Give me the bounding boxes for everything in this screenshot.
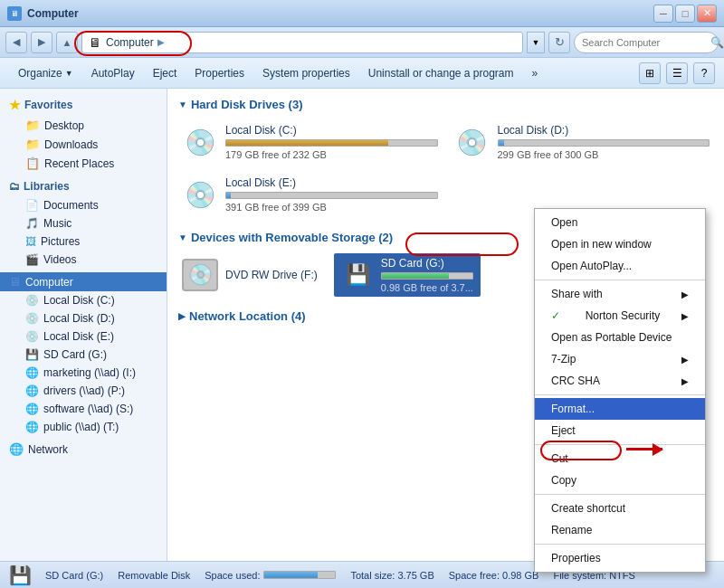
ctx-norton[interactable]: ✓ Norton Security ▶	[535, 305, 705, 327]
ctx-7zip[interactable]: 7-Zip ▶	[535, 348, 705, 370]
ctx-eject[interactable]: Eject	[535, 420, 705, 441]
drive-d-fill	[499, 140, 505, 146]
sidebar-item-marketing[interactable]: 🌐 marketing (\\ad) (I:)	[0, 364, 167, 382]
sidebar-item-documents[interactable]: 📄 Documents	[0, 196, 167, 214]
sidebar-item-network[interactable]: 🌐 Network	[0, 440, 167, 459]
libraries-section: 🗂 Libraries 📄 Documents 🎵 Music 🖼 Pictur…	[0, 176, 167, 269]
ctx-properties[interactable]: Properties	[535, 547, 705, 569]
up-button[interactable]: ▲	[56, 32, 78, 53]
maximize-button[interactable]: □	[675, 5, 695, 23]
autoplay-button[interactable]: AutoPlay	[82, 63, 144, 83]
sidebar-item-local-disk-d[interactable]: 💿 Local Disk (D:)	[0, 309, 167, 327]
network-drive-p-icon: 🌐	[25, 384, 39, 397]
search-box: 🔍	[574, 32, 719, 53]
more-button[interactable]: »	[523, 63, 548, 83]
sidebar-item-local-disk-e[interactable]: 💿 Local Disk (E:)	[0, 327, 167, 346]
ctx-copy[interactable]: Copy	[535, 469, 705, 491]
sidebar-item-pictures[interactable]: 🖼 Pictures	[0, 232, 167, 251]
libraries-icon: 🗂	[9, 180, 20, 193]
uninstall-button[interactable]: Uninstall or change a program	[359, 63, 523, 83]
drive-c-size: 179 GB free of 232 GB	[225, 149, 438, 160]
sidebar-item-downloads[interactable]: 📁 Downloads	[0, 135, 167, 154]
dvd-info: DVD RW Drive (F:)	[225, 269, 318, 281]
hard-disk-drives-grid: 💿 Local Disk (C:) 179 GB free of 232 GB …	[178, 120, 713, 216]
ctx-create-shortcut[interactable]: Create shortcut	[535, 498, 705, 519]
ctx-share-with[interactable]: Share with ▶	[535, 283, 705, 305]
drive-e-icon: 💿	[182, 178, 218, 211]
drive-item-dvd[interactable]: 💿 DVD RW Drive (F:)	[178, 253, 321, 297]
drive-e-size: 391 GB free of 399 GB	[225, 202, 438, 213]
desktop-folder-icon: 📁	[25, 119, 40, 132]
sidebar-item-desktop[interactable]: 📁 Desktop	[0, 116, 167, 135]
system-properties-button[interactable]: System properties	[253, 63, 359, 83]
close-button[interactable]: ✕	[697, 5, 717, 23]
dvd-drive-icon: 💿	[182, 259, 218, 291]
drive-item-e[interactable]: 💿 Local Disk (E:) 391 GB free of 399 GB	[178, 173, 442, 216]
libraries-header[interactable]: 🗂 Libraries	[0, 176, 167, 196]
hdd-arrow-icon: ▼	[178, 100, 187, 109]
videos-icon: 🎬	[25, 253, 39, 266]
sidebar-item-local-disk-c[interactable]: 💿 Local Disk (C:)	[0, 291, 167, 309]
documents-icon: 📄	[25, 199, 39, 212]
drive-item-sd-card[interactable]: 💾 SD Card (G:) 0.98 GB free of 3.7...	[334, 253, 481, 297]
address-field[interactable]: 🖥 Computer ▶	[81, 32, 523, 53]
drive-c-label: Local Disk (C:)	[225, 124, 438, 137]
drive-e-fill	[226, 193, 231, 198]
ctx-sep-5	[535, 544, 705, 545]
sidebar-item-drivers[interactable]: 🌐 drivers (\\ad) (P:)	[0, 382, 167, 400]
help-button[interactable]: ?	[693, 62, 715, 84]
ctx-rename[interactable]: Rename	[535, 519, 705, 541]
minimize-button[interactable]: ─	[653, 5, 673, 23]
forward-button[interactable]: ▶	[31, 32, 52, 53]
ctx-open-portable[interactable]: Open as Portable Device	[535, 327, 705, 348]
norton-check-icon: ✓	[551, 309, 560, 322]
drive-e-label: Local Disk (E:)	[225, 176, 438, 189]
drive-c-fill	[226, 140, 388, 146]
sd-size: 0.98 GB free of 3.7...	[381, 282, 473, 293]
favorites-header[interactable]: ★ Favorites	[0, 94, 167, 116]
sidebar-item-music[interactable]: 🎵 Music	[0, 214, 167, 232]
ctx-format[interactable]: Format...	[535, 398, 705, 420]
music-icon: 🎵	[25, 217, 39, 230]
back-button[interactable]: ◀	[5, 32, 27, 53]
drive-e-info: Local Disk (E:) 391 GB free of 399 GB	[225, 176, 438, 213]
title-bar: 🖥 Computer ─ □ ✕	[0, 0, 724, 27]
toolbar-right: ⊞ ☰ ?	[639, 62, 715, 84]
pictures-icon: 🖼	[25, 235, 36, 248]
title-bar-left: 🖥 Computer	[7, 6, 79, 21]
drive-d-label: Local Disk (D:)	[498, 124, 710, 137]
ctx-open[interactable]: Open	[535, 212, 705, 233]
network-arrow-icon: ▶	[178, 311, 186, 321]
sidebar-item-computer[interactable]: 🖥 Computer	[0, 272, 167, 291]
eject-toolbar-button[interactable]: Eject	[144, 63, 186, 83]
properties-button[interactable]: Properties	[186, 63, 253, 83]
sidebar-item-videos[interactable]: 🎬 Videos	[0, 251, 167, 269]
favorites-items: 📁 Desktop 📁 Downloads 📋 Recent Places	[0, 116, 167, 173]
drive-e-bar	[225, 192, 438, 199]
view-list-button[interactable]: ☰	[666, 62, 688, 84]
hard-disk-section-header[interactable]: ▼ Hard Disk Drives (3)	[178, 98, 713, 111]
refresh-button[interactable]: ↻	[548, 32, 570, 53]
drive-item-c[interactable]: 💿 Local Disk (C:) 179 GB free of 232 GB	[178, 120, 442, 164]
disk-c-icon: 💿	[25, 294, 39, 307]
search-input[interactable]	[582, 37, 707, 48]
ctx-open-autoplay[interactable]: Open AutoPlay...	[535, 255, 705, 277]
context-menu: Open Open in new window Open AutoPlay...…	[534, 208, 706, 573]
view-options-button[interactable]: ⊞	[639, 62, 661, 84]
organize-button[interactable]: Organize ▼	[9, 63, 82, 83]
sidebar-item-recent-places[interactable]: 📋 Recent Places	[0, 154, 167, 173]
ctx-cut[interactable]: Cut	[535, 448, 705, 469]
computer-address-icon: 🖥	[88, 35, 102, 50]
status-progress-bar	[263, 571, 336, 579]
sidebar-item-sd-card-g[interactable]: 💾 SD Card (G:)	[0, 346, 167, 364]
address-dropdown-button[interactable]: ▼	[527, 32, 545, 53]
ctx-open-new-window[interactable]: Open in new window	[535, 233, 705, 255]
downloads-folder-icon: 📁	[25, 138, 40, 151]
drive-item-d[interactable]: 💿 Local Disk (D:) 299 GB free of 300 GB	[451, 120, 714, 164]
ctx-sep-2	[535, 394, 705, 395]
sidebar-item-public[interactable]: 🌐 public (\\ad) (T:)	[0, 418, 167, 436]
ctx-crc-sha[interactable]: CRC SHA ▶	[535, 370, 705, 392]
dvd-label: DVD RW Drive (F:)	[225, 269, 318, 281]
libraries-items: 📄 Documents 🎵 Music 🖼 Pictures 🎬 Videos	[0, 196, 167, 269]
sidebar-item-software[interactable]: 🌐 software (\\ad) (S:)	[0, 400, 167, 418]
